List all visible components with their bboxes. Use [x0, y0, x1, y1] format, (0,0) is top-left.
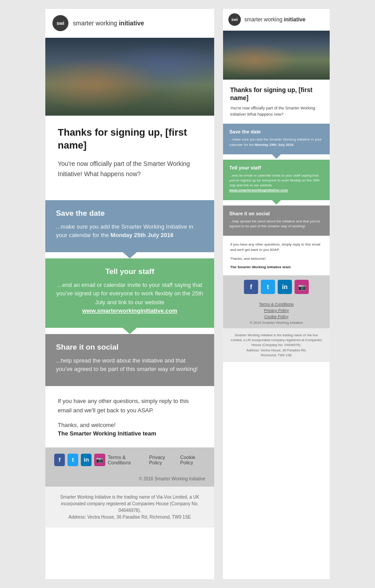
- step-tell-staff-text: ...end an email or calendar invite to yo…: [56, 281, 203, 315]
- privacy-link[interactable]: Privacy Policy: [149, 455, 175, 465]
- email-intro: You're now officially part of the Smarte…: [58, 159, 202, 179]
- step-tell-staff: Tell your staff ...end an email or calen…: [45, 258, 214, 328]
- preview-step-save-date-text: ...make sure you add the Smarter Working…: [229, 137, 323, 147]
- preview-swi-link[interactable]: www.smarterworkinginitiative.com: [229, 188, 288, 192]
- email-header: swi smarter working initiative: [45, 9, 214, 38]
- preview-legal-text: Smarter Working Initiative is the tradin…: [228, 333, 324, 358]
- preview-step-tell-staff: Tell your staff ...end an email or calen…: [223, 160, 330, 200]
- step-share-social-text: ...help spread the word about the initia…: [56, 356, 203, 374]
- team-name: The Smarter Working Initiative team: [58, 430, 202, 437]
- preview-step-share-social-title: Share it on social: [229, 211, 323, 216]
- step-save-date-text: ...make sure you add the Smarter Working…: [56, 222, 203, 240]
- linkedin-icon[interactable]: in: [81, 454, 92, 466]
- preview-social-bar: f t in 📷: [223, 275, 330, 298]
- social-bar: f t in 📷 Terms & Conditions Privacy Poli…: [45, 447, 214, 472]
- email-footer-content: If you have any other questions, simply …: [45, 386, 214, 447]
- preview-header: swi smarter working initiative: [223, 9, 330, 31]
- swi-logo: swi: [52, 15, 68, 31]
- step-save-date: Save the date ...make sure you add the S…: [45, 200, 214, 252]
- preview-team-name: The Smarter Working Initiative team: [230, 265, 323, 269]
- preview-facebook-icon[interactable]: f: [244, 280, 258, 294]
- preview-step-tell-staff-text: ...end an email or calendar invite to yo…: [229, 173, 323, 193]
- questions-text: If you have any other questions, simply …: [58, 397, 202, 415]
- preview-footer-content: If you have any other questions, simply …: [223, 236, 330, 275]
- preview-linkedin-icon[interactable]: in: [278, 280, 292, 294]
- copyright-bar: © 2016 Smarter Working Initiative: [45, 472, 214, 487]
- preview-step-share-social: Share it on social ...help spread the wo…: [223, 205, 330, 236]
- preview-step-save-date: Save the date ...make sure you add the S…: [223, 124, 330, 154]
- preview-body: Thanks for signing up, [first name] You'…: [223, 80, 330, 124]
- preview-instagram-icon[interactable]: 📷: [295, 280, 309, 294]
- preview-questions-text: If you have any other questions, simply …: [230, 242, 323, 253]
- instagram-icon[interactable]: 📷: [94, 454, 105, 466]
- swi-website-link[interactable]: www.smarterworkinginitiative.com: [82, 307, 177, 314]
- email-body: Thanks for signing up, [first name] You'…: [45, 116, 214, 200]
- copyright-text: © 2016 Smarter Working Initiative: [139, 476, 205, 481]
- preview-privacy-link[interactable]: Privacy Policy: [228, 308, 324, 313]
- preview-twitter-icon[interactable]: t: [261, 280, 275, 294]
- terms-link[interactable]: Terms & Conditions: [108, 455, 144, 465]
- cookie-link[interactable]: Cookie Policy: [180, 455, 205, 465]
- preview-terms-link[interactable]: Terms & Conditions: [228, 302, 324, 306]
- preview-hero: [223, 31, 330, 80]
- email-heading: Thanks for signing up, [first name]: [58, 126, 202, 152]
- preview-step-tell-staff-arrow: [271, 199, 282, 205]
- footer-links: Terms & Conditions Privacy Policy Cookie…: [108, 455, 205, 465]
- preview-thanks-line: Thanks, and welcome!: [230, 256, 323, 262]
- preview-copyright: © 2016 Smarter Working Initiative: [228, 321, 324, 325]
- step-share-social-title: Share it on social: [56, 343, 203, 352]
- preview-heading: Thanks for signing up, [first name]: [230, 86, 323, 102]
- preview-brand-name: smarter working initiative: [244, 16, 305, 23]
- hero-crowd: [45, 38, 214, 116]
- email-full-preview: swi smarter working initiative Thanks fo…: [45, 9, 214, 579]
- twitter-icon[interactable]: t: [68, 454, 78, 466]
- thanks-line: Thanks, and welcome!: [58, 422, 202, 428]
- facebook-icon[interactable]: f: [54, 454, 65, 466]
- preview-cookie-link[interactable]: Cookie Policy: [228, 314, 324, 319]
- preview-swi-logo: swi: [228, 13, 241, 26]
- email-small-preview: swi smarter working initiative Thanks fo…: [223, 9, 330, 579]
- preview-step-save-date-title: Save the date: [229, 129, 323, 134]
- preview-step-tell-staff-title: Tell your staff: [229, 165, 323, 170]
- preview-legal: Smarter Working Initiative is the tradin…: [223, 328, 330, 362]
- legal-footer: Smarter Working Initiative is the tradin…: [45, 487, 214, 528]
- steps-section: Save the date ...make sure you add the S…: [45, 200, 214, 386]
- hero-image: [45, 38, 214, 116]
- step-tell-staff-arrow: [122, 327, 138, 334]
- preview-step-save-date-arrow: [271, 153, 282, 159]
- preview-links-bar: Terms & Conditions Privacy Policy Cookie…: [223, 298, 330, 328]
- step-tell-staff-title: Tell your staff: [56, 267, 203, 276]
- preview-steps: Save the date ...make sure you add the S…: [223, 124, 330, 236]
- step-share-social: Share it on social ...help spread the wo…: [45, 334, 214, 386]
- preview-intro: You're now officially part of the Smarte…: [230, 105, 323, 117]
- legal-text: Smarter Working Initiative is the tradin…: [54, 494, 205, 520]
- step-save-date-title: Save the date: [56, 209, 203, 218]
- brand-name: smarter working initiative: [73, 20, 144, 27]
- preview-step-share-social-text: ...help spread the word about the initia…: [229, 219, 323, 229]
- step-save-date-arrow: [122, 251, 138, 258]
